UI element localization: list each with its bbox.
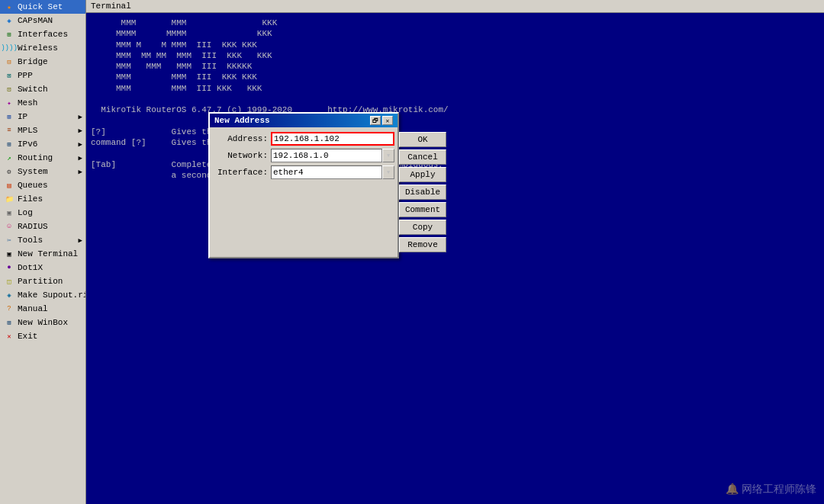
exit-icon: ✕ bbox=[3, 331, 15, 342]
sidebar-label-mesh: Mesh bbox=[18, 98, 37, 108]
ok-button[interactable]: OK bbox=[399, 132, 446, 147]
sidebar-item-new-winbox[interactable]: ⊞New WinBox bbox=[0, 316, 85, 329]
manual-icon: ? bbox=[3, 303, 15, 314]
network-dropdown-button[interactable]: ▼ bbox=[382, 149, 394, 162]
sidebar-item-mesh[interactable]: ✦Mesh bbox=[0, 96, 85, 110]
comment-button[interactable]: Comment bbox=[399, 202, 446, 217]
interface-dropdown-button[interactable]: ▼ bbox=[382, 165, 394, 179]
terminal-title: Terminal bbox=[91, 2, 131, 11]
network-label: Network: bbox=[216, 151, 268, 160]
sidebar-label-new-winbox: New WinBox bbox=[18, 318, 68, 327]
sidebar-label-capsman: CAPsMAN bbox=[18, 16, 53, 25]
sidebar-label-make-supout: Make Supout.rif bbox=[18, 291, 86, 300]
sidebar-item-manual[interactable]: ?Manual bbox=[0, 302, 85, 316]
interface-input[interactable] bbox=[271, 165, 382, 179]
sidebar-item-ppp[interactable]: ⊠PPP bbox=[0, 69, 85, 82]
sidebar-item-routing[interactable]: ↗Routing▶ bbox=[0, 151, 85, 165]
new-winbox-icon: ⊞ bbox=[3, 317, 15, 328]
sidebar-label-log: Log bbox=[18, 208, 33, 217]
capsman-icon: ◈ bbox=[3, 15, 15, 26]
ip-arrow-icon: ▶ bbox=[79, 113, 82, 121]
sidebar-label-system: System bbox=[18, 167, 48, 176]
sidebar-label-dot1x: Dot1X bbox=[18, 263, 43, 272]
sidebar: ★Quick Set◈CAPsMAN⊞Interfaces))))Wireles… bbox=[0, 0, 86, 504]
log-icon: ▣ bbox=[3, 207, 15, 218]
sidebar-item-dot1x[interactable]: ●Dot1X bbox=[0, 261, 85, 274]
routing-icon: ↗ bbox=[3, 152, 15, 163]
sidebar-item-bridge[interactable]: ⊟Bridge bbox=[0, 55, 85, 69]
mesh-icon: ✦ bbox=[3, 98, 15, 108]
sidebar-label-switch: Switch bbox=[18, 85, 48, 94]
mpls-icon: ≡ bbox=[3, 125, 15, 136]
address-field-row: Address: bbox=[216, 132, 394, 146]
sidebar-item-tools[interactable]: ✂Tools▶ bbox=[0, 233, 85, 247]
make-supout-icon: ◈ bbox=[3, 290, 15, 300]
interface-label: Interface: bbox=[216, 168, 268, 177]
network-field-row: Network: ▼ bbox=[216, 149, 394, 162]
sidebar-label-new-terminal: New Terminal bbox=[18, 249, 78, 258]
dialog-body: Address: Network: ▼ bbox=[210, 127, 398, 257]
files-icon: 📁 bbox=[3, 194, 15, 204]
routing-arrow-icon: ▶ bbox=[79, 154, 82, 162]
new-address-dialog: New Address 🗗 ✕ Address: bbox=[208, 112, 399, 258]
dialog-close-button[interactable]: ✕ bbox=[382, 116, 393, 125]
sidebar-item-system[interactable]: ⚙System▶ bbox=[0, 165, 85, 178]
sidebar-item-radius[interactable]: ☺RADIUS bbox=[0, 220, 85, 233]
network-input[interactable] bbox=[271, 149, 382, 162]
ppp-icon: ⊠ bbox=[3, 70, 15, 81]
sidebar-item-quick-set[interactable]: ★Quick Set bbox=[0, 0, 85, 14]
wireless-icon: )))) bbox=[3, 43, 15, 53]
dot1x-icon: ● bbox=[3, 262, 15, 273]
sidebar-label-routing: Routing bbox=[18, 153, 53, 162]
copy-button[interactable]: Copy bbox=[399, 220, 446, 235]
address-input[interactable] bbox=[271, 132, 394, 146]
sidebar-label-partition: Partition bbox=[18, 277, 63, 286]
ipv6-arrow-icon: ▶ bbox=[79, 140, 82, 149]
sidebar-item-log[interactable]: ▣Log bbox=[0, 206, 85, 220]
sidebar-item-ipv6[interactable]: ⊞IPv6▶ bbox=[0, 137, 85, 151]
disable-button[interactable]: Disable bbox=[399, 185, 446, 200]
network-field-container: ▼ bbox=[271, 149, 394, 162]
main-area: Terminal MMM MMM KKK MMMM MMMM KKK MMM M… bbox=[86, 0, 824, 504]
partition-icon: ◫ bbox=[3, 276, 15, 287]
sidebar-item-new-terminal[interactable]: ▣New Terminal bbox=[0, 247, 85, 261]
remove-button[interactable]: Remove bbox=[399, 237, 446, 252]
sidebar-label-quick-set: Quick Set bbox=[18, 2, 63, 11]
watermark: 🔔 网络工程师陈锋 bbox=[726, 483, 816, 496]
apply-button[interactable]: Apply bbox=[399, 167, 446, 182]
sidebar-label-manual: Manual bbox=[18, 304, 48, 313]
sidebar-item-capsman[interactable]: ◈CAPsMAN bbox=[0, 14, 85, 27]
sidebar-item-wireless[interactable]: ))))Wireless bbox=[0, 41, 85, 55]
queues-icon: ▤ bbox=[3, 180, 15, 191]
sidebar-item-exit[interactable]: ✕Exit bbox=[0, 329, 85, 343]
dialog-titlebar: New Address 🗗 ✕ bbox=[210, 114, 398, 127]
dialog-restore-button[interactable]: 🗗 bbox=[370, 116, 381, 125]
dialog-title: New Address bbox=[214, 116, 270, 125]
sidebar-label-exit: Exit bbox=[18, 332, 37, 341]
quick-set-icon: ★ bbox=[3, 2, 15, 12]
new-terminal-icon: ▣ bbox=[3, 249, 15, 259]
sidebar-label-interfaces: Interfaces bbox=[18, 30, 68, 39]
system-arrow-icon: ▶ bbox=[79, 168, 82, 176]
sidebar-item-partition[interactable]: ◫Partition bbox=[0, 274, 85, 288]
mpls-arrow-icon: ▶ bbox=[79, 127, 82, 135]
ip-icon: ⊞ bbox=[3, 111, 15, 122]
ipv6-icon: ⊞ bbox=[3, 139, 15, 149]
sidebar-label-wireless: Wireless bbox=[18, 43, 58, 53]
sidebar-label-ip: IP bbox=[18, 112, 27, 121]
terminal-area[interactable]: MMM MMM KKK MMMM MMMM KKK MMM M M MMM II… bbox=[86, 13, 824, 504]
sidebar-item-make-supout[interactable]: ◈Make Supout.rif bbox=[0, 288, 85, 302]
dialog-fields: Address: Network: ▼ bbox=[216, 132, 394, 252]
sidebar-item-switch[interactable]: ⊡Switch bbox=[0, 82, 85, 96]
system-icon: ⚙ bbox=[3, 166, 15, 177]
sidebar-item-files[interactable]: 📁Files bbox=[0, 192, 85, 206]
sidebar-label-tools: Tools bbox=[18, 236, 43, 245]
cancel-button[interactable]: Cancel bbox=[399, 149, 446, 165]
sidebar-label-queues: Queues bbox=[18, 181, 48, 190]
interface-field-row: Interface: ▼ bbox=[216, 165, 394, 179]
sidebar-item-queues[interactable]: ▤Queues bbox=[0, 178, 85, 192]
sidebar-item-interfaces[interactable]: ⊞Interfaces bbox=[0, 27, 85, 41]
sidebar-item-mpls[interactable]: ≡MPLS▶ bbox=[0, 124, 85, 137]
sidebar-item-ip[interactable]: ⊞IP▶ bbox=[0, 110, 85, 124]
bridge-icon: ⊟ bbox=[3, 56, 15, 67]
